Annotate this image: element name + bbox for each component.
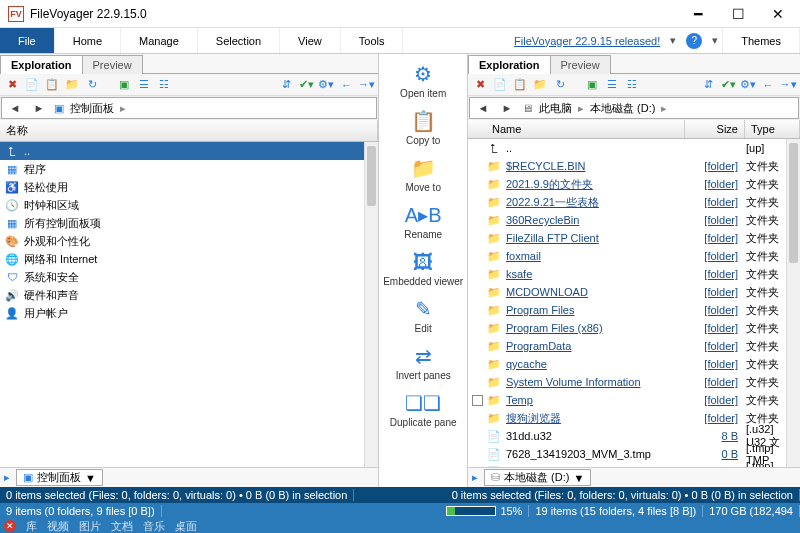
gear-icon[interactable]: ⚙▾	[740, 77, 756, 93]
left-drive-selector[interactable]: ▣ 控制面板 ▼	[16, 469, 103, 486]
list-item[interactable]: 📁Program Files (x86)[folder]文件夹	[468, 319, 800, 337]
list-item[interactable]: 📁2021.9.9的文件夹[folder]文件夹	[468, 175, 800, 193]
list-item[interactable]: ⮤..[up]	[468, 139, 800, 157]
list-item[interactable]: ▦程序	[0, 160, 378, 178]
list-item[interactable]: 📁Program Files[folder]文件夹	[468, 301, 800, 319]
list-item[interactable]: 📁ksafe[folder]文件夹	[468, 265, 800, 283]
close-button[interactable]: ✕	[758, 0, 798, 28]
nav-left-icon[interactable]: ◄	[6, 102, 24, 114]
newfolder-icon[interactable]: 📁	[64, 77, 80, 93]
quick-desktop[interactable]: 桌面	[175, 519, 197, 534]
tab-preview-right[interactable]: Preview	[550, 55, 611, 74]
center-action[interactable]: 📋Copy to	[379, 107, 467, 146]
view1-icon[interactable]: ☰	[136, 77, 152, 93]
col-name-left[interactable]: 名称	[0, 120, 378, 141]
quickbar-close-icon[interactable]: ✕	[4, 520, 16, 532]
list-item[interactable]: 📁MCDOWNLOAD[folder]文件夹	[468, 283, 800, 301]
menu-view[interactable]: View	[280, 28, 341, 53]
list-item[interactable]: ♿轻松使用	[0, 178, 378, 196]
fwd-icon[interactable]: →▾	[358, 77, 374, 93]
sort-icon[interactable]: ⇵	[278, 77, 294, 93]
left-breadcrumb[interactable]: ◄ ► ▣ 控制面板 ▸	[1, 97, 377, 119]
refresh-icon[interactable]: ↻	[84, 77, 100, 93]
gear-icon[interactable]: ⚙▾	[318, 77, 334, 93]
center-action[interactable]: ⚙Open item	[379, 60, 467, 99]
refresh-icon[interactable]: ↻	[552, 77, 568, 93]
checkbox[interactable]	[472, 395, 483, 406]
copy-icon[interactable]: 📄	[492, 77, 508, 93]
center-action[interactable]: ⇄Invert panes	[379, 342, 467, 381]
quick-pic[interactable]: 图片	[79, 519, 101, 534]
newfolder-icon[interactable]: 📁	[532, 77, 548, 93]
list-item[interactable]: 📁360RecycleBin[folder]文件夹	[468, 211, 800, 229]
nav-right-icon[interactable]: ►	[498, 102, 516, 114]
right-drive-selector[interactable]: ⛁ 本地磁盘 (D:) ▼	[484, 469, 591, 486]
tab-preview-left[interactable]: Preview	[82, 55, 143, 74]
release-link[interactable]: FileVoyager 22.9.15 released!	[508, 28, 666, 53]
check-icon[interactable]: ✔▾	[298, 77, 314, 93]
view2-icon[interactable]: ☷	[624, 77, 640, 93]
list-item[interactable]: 📁System Volume Information[folder]文件夹	[468, 373, 800, 391]
menu-manage[interactable]: Manage	[121, 28, 198, 53]
right-list[interactable]: ⮤..[up]📁$RECYCLE.BIN[folder]文件夹📁2021.9.9…	[468, 139, 800, 467]
center-action[interactable]: 📁Move to	[379, 154, 467, 193]
quick-music[interactable]: 音乐	[143, 519, 165, 534]
filter-icon[interactable]: ▣	[116, 77, 132, 93]
copy-icon[interactable]: 📄	[24, 77, 40, 93]
list-item[interactable]: 🔊硬件和声音	[0, 286, 378, 304]
back-icon[interactable]: ←	[760, 77, 776, 93]
tab-exploration-left[interactable]: Exploration	[0, 55, 83, 74]
quick-video[interactable]: 视频	[47, 519, 69, 534]
center-action[interactable]: A▸BRename	[379, 201, 467, 240]
view2-icon[interactable]: ☷	[156, 77, 172, 93]
delete-icon[interactable]: ✖	[4, 77, 20, 93]
quick-lib[interactable]: 库	[26, 519, 37, 534]
menu-home[interactable]: Home	[55, 28, 121, 53]
center-action[interactable]: ✎Edit	[379, 295, 467, 334]
delete-icon[interactable]: ✖	[472, 77, 488, 93]
list-item[interactable]: ▦所有控制面板项	[0, 214, 378, 232]
nav-left-icon[interactable]: ◄	[474, 102, 492, 114]
col-type-right[interactable]: Type	[745, 120, 800, 138]
quick-doc[interactable]: 文档	[111, 519, 133, 534]
filter-icon[interactable]: ▣	[584, 77, 600, 93]
breadcrumb-drive[interactable]: 本地磁盘 (D:)	[590, 101, 655, 116]
list-item[interactable]: 👤用户帐户	[0, 304, 378, 322]
list-item[interactable]: 📄7628_13419203_MVM_4.tmp0 B[.tmp] TMP	[468, 463, 800, 467]
col-size-right[interactable]: Size	[685, 120, 745, 138]
sort-icon[interactable]: ⇵	[700, 77, 716, 93]
paste-icon[interactable]: 📋	[512, 77, 528, 93]
minimize-button[interactable]: ━	[678, 0, 718, 28]
list-item[interactable]: 📁Temp[folder]文件夹	[468, 391, 800, 409]
view1-icon[interactable]: ☰	[604, 77, 620, 93]
list-item[interactable]: 📁qycache[folder]文件夹	[468, 355, 800, 373]
expand-icon[interactable]: ▸	[4, 471, 10, 484]
back-icon[interactable]: ←	[338, 77, 354, 93]
left-list[interactable]: ⮤..▦程序♿轻松使用🕓时钟和区域▦所有控制面板项🎨外观和个性化🌐网络和 Int…	[0, 142, 378, 467]
list-item[interactable]: 📁foxmail[folder]文件夹	[468, 247, 800, 265]
maximize-button[interactable]: ☐	[718, 0, 758, 28]
expand-icon[interactable]: ▸	[472, 471, 478, 484]
menu-selection[interactable]: Selection	[198, 28, 280, 53]
nav-right-icon[interactable]: ►	[30, 102, 48, 114]
list-item[interactable]: 🌐网络和 Internet	[0, 250, 378, 268]
breadcrumb-root[interactable]: 控制面板	[70, 101, 114, 116]
center-action[interactable]: ❏❏Duplicate pane	[379, 389, 467, 428]
list-item[interactable]: 📁ProgramData[folder]文件夹	[468, 337, 800, 355]
list-item[interactable]: 📁FileZilla FTP Client[folder]文件夹	[468, 229, 800, 247]
check-icon[interactable]: ✔▾	[720, 77, 736, 93]
right-breadcrumb[interactable]: ◄ ► 🖥 此电脑 ▸ 本地磁盘 (D:) ▸	[469, 97, 799, 119]
paste-icon[interactable]: 📋	[44, 77, 60, 93]
fwd-icon[interactable]: →▾	[780, 77, 796, 93]
menu-tools[interactable]: Tools	[341, 28, 404, 53]
menu-themes[interactable]: Themes	[722, 28, 800, 53]
release-dropdown[interactable]: ▾	[666, 28, 680, 53]
list-item[interactable]: 🛡系统和安全	[0, 268, 378, 286]
breadcrumb-pc[interactable]: 此电脑	[539, 101, 572, 116]
left-scrollbar[interactable]	[364, 142, 378, 467]
center-action[interactable]: 🖼Embedded viewer	[379, 248, 467, 287]
list-item[interactable]: 📁2022.9.21一些表格[folder]文件夹	[468, 193, 800, 211]
right-scrollbar[interactable]	[786, 139, 800, 467]
help-icon[interactable]: ?	[686, 33, 702, 49]
list-item[interactable]: ⮤..	[0, 142, 378, 160]
